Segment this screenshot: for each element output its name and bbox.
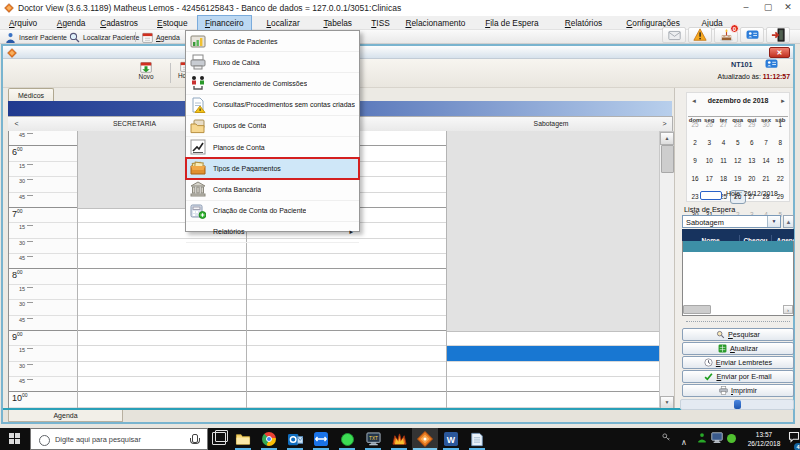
- grid-cell[interactable]: [447, 362, 660, 377]
- calendar-day[interactable]: 5: [731, 137, 745, 149]
- menubar-item-relacionamento[interactable]: Relacionamento: [398, 16, 472, 30]
- calendar-day[interactable]: 25: [688, 119, 702, 131]
- maximize-button[interactable]: ▢: [758, 0, 778, 15]
- menu-item-consultas-procedimentos-sem-co[interactable]: Consultas/Procedimentos sem contas criad…: [186, 95, 359, 116]
- notepad-icon[interactable]: [464, 428, 490, 450]
- menu-item-cria-o-de-conta-do-paciente[interactable]: Criação de Conta do Paciente: [186, 201, 359, 222]
- chrome-icon[interactable]: [256, 428, 282, 450]
- menu-item-relat-rios[interactable]: Relatórios▸: [186, 222, 359, 243]
- menubar-item-agenda[interactable]: Agenda: [50, 16, 93, 30]
- grid-cell[interactable]: [78, 362, 247, 377]
- calendar-day[interactable]: 27: [716, 119, 730, 131]
- calendar-today-row[interactable]: Hoje: 26/12/2018: [688, 190, 788, 200]
- trackbar-thumb[interactable]: [734, 400, 741, 409]
- calendar-day[interactable]: 12: [731, 155, 745, 167]
- agenda-button[interactable]: Agenda: [139, 30, 191, 44]
- scroll-thumb[interactable]: [683, 305, 711, 314]
- enviar-lembretes-button[interactable]: Enviar Lembretes: [682, 356, 794, 369]
- tray-green-dot-icon[interactable]: [727, 434, 736, 443]
- menu-item-contas-de-pacientes[interactable]: Contas de Pacientes: [186, 31, 359, 52]
- calendar-day[interactable]: 13: [745, 155, 759, 167]
- calendar-day[interactable]: 29: [745, 119, 759, 131]
- menubar-item-tiss[interactable]: TISS: [364, 16, 396, 30]
- grid-cell[interactable]: [78, 316, 247, 331]
- close-button[interactable]: ✕: [778, 0, 798, 15]
- localizar-paciente-button[interactable]: Localizar Paciente: [66, 30, 144, 44]
- grid-cell[interactable]: [78, 331, 247, 346]
- grid-cell[interactable]: [447, 392, 660, 407]
- tray-monitor-icon[interactable]: [711, 432, 723, 444]
- tray-person-icon[interactable]: [697, 432, 707, 443]
- tab-medicos[interactable]: Médicos: [8, 88, 54, 101]
- imprimir-button[interactable]: Imprimir: [682, 384, 794, 397]
- calendar-day[interactable]: 20: [745, 173, 759, 185]
- doctorview-icon[interactable]: [412, 428, 438, 450]
- waitlist-hscrollbar[interactable]: ›: [683, 305, 793, 315]
- scroll-up-icon[interactable]: ▲: [660, 132, 674, 145]
- tab-agenda[interactable]: Agenda: [8, 410, 123, 422]
- calendar-day[interactable]: 7: [759, 137, 773, 149]
- tray-key-icon[interactable]: [662, 433, 671, 442]
- grid-cell[interactable]: [247, 285, 447, 300]
- novo-button[interactable]: Novo: [128, 61, 164, 80]
- calendar-day[interactable]: 16: [688, 173, 702, 185]
- grid-cell[interactable]: [247, 346, 447, 361]
- menu-item-tipos-de-pagamentos[interactable]: Tipos de Pagamentos: [186, 158, 359, 179]
- contacts-icon[interactable]: [740, 27, 764, 43]
- taskbar-clock[interactable]: 13:57 26/12/2018: [742, 430, 786, 448]
- grid-cell[interactable]: [247, 316, 447, 331]
- calendar-day[interactable]: 11: [716, 155, 730, 167]
- menu-item-gerenciamento-de-comiss-es[interactable]: Gerenciamento de Comissões: [186, 73, 359, 94]
- grid-cell[interactable]: [247, 377, 447, 392]
- mini-trackbar[interactable]: [686, 321, 790, 328]
- calendar-day[interactable]: 2: [688, 137, 702, 149]
- calendar-day[interactable]: 9: [688, 155, 702, 167]
- minimize-button[interactable]: –: [736, 0, 756, 15]
- txt-monitor-icon[interactable]: TXT: [360, 428, 386, 450]
- waitlist-combo[interactable]: Sabotagem ▼: [682, 215, 781, 228]
- tray-chevron-up-icon[interactable]: ∧: [681, 431, 687, 449]
- mail-icon[interactable]: [662, 27, 686, 43]
- calendar-day[interactable]: 3: [702, 137, 716, 149]
- menubar-item-tabelas[interactable]: Tabelas: [316, 16, 359, 30]
- grid-cell[interactable]: [78, 269, 247, 284]
- outlook-icon[interactable]: [282, 428, 308, 450]
- calendar-next-icon[interactable]: ►: [780, 98, 786, 104]
- child-close-button[interactable]: ✕: [769, 47, 790, 58]
- calendar-day[interactable]: 14: [759, 155, 773, 167]
- menubar-item-localizar[interactable]: Localizar: [259, 16, 306, 30]
- scroll-thumb[interactable]: [661, 145, 674, 173]
- waitlist-selected-row[interactable]: [683, 241, 793, 252]
- calendar-day[interactable]: 30: [759, 119, 773, 131]
- calendar-day[interactable]: 19: [731, 173, 745, 185]
- warning-icon[interactable]: [688, 27, 712, 43]
- start-button[interactable]: [0, 428, 30, 450]
- selected-timeslot[interactable]: [447, 346, 660, 360]
- pesquisar-button[interactable]: Pesquisar: [682, 328, 794, 341]
- grid-cell[interactable]: [247, 392, 447, 407]
- menubar-item-estoque[interactable]: Estoque: [150, 16, 194, 30]
- task-view-icon[interactable]: [212, 432, 226, 445]
- word-icon[interactable]: W: [438, 428, 464, 450]
- calendar-day[interactable]: 26: [702, 119, 716, 131]
- grid-cell[interactable]: [78, 254, 247, 269]
- calendar-day[interactable]: 10: [702, 155, 716, 167]
- atualizar-button[interactable]: Atualizar: [682, 342, 794, 355]
- chevron-down-icon[interactable]: ▼: [767, 216, 780, 227]
- menu-item-conta-banc-ria[interactable]: Conta Bancária: [186, 179, 359, 200]
- grid-cell[interactable]: [247, 254, 447, 269]
- teamviewer-icon[interactable]: [308, 428, 334, 450]
- calendar-day[interactable]: 21: [759, 173, 773, 185]
- grid-cell[interactable]: [447, 377, 660, 392]
- grid-cell[interactable]: [247, 300, 447, 315]
- menubar-item-financeiro[interactable]: Financeiro: [198, 16, 251, 30]
- grid-vscrollbar[interactable]: ▲▼: [659, 131, 675, 410]
- panel-collapse-button[interactable]: ▲: [783, 215, 794, 228]
- calendar-day[interactable]: 8: [773, 137, 787, 149]
- grid-cell[interactable]: [78, 377, 247, 392]
- calendar-day[interactable]: 28: [731, 119, 745, 131]
- exit-icon[interactable]: [766, 27, 790, 43]
- grid-cell[interactable]: [78, 285, 247, 300]
- calendar-day[interactable]: 4: [716, 137, 730, 149]
- menu-item-planos-de-conta[interactable]: Planos de Conta: [186, 137, 359, 158]
